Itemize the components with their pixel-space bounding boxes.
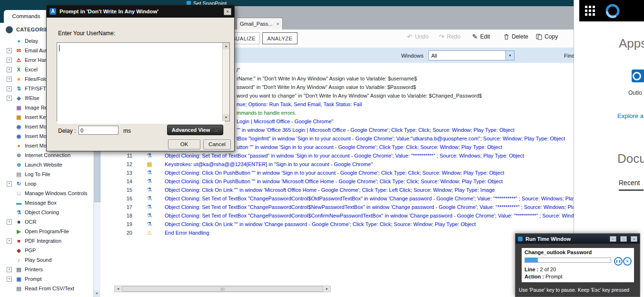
expand-plus-icon[interactable]: +: [7, 277, 12, 282]
task-row[interactable]: 19 ⚗ Object Cloning: Click On Link "" in…: [100, 220, 574, 228]
scroll-left-icon[interactable]: ◄: [115, 286, 121, 292]
category-icon: ▦: [15, 114, 22, 120]
line-number: 15: [100, 187, 132, 193]
sidebar-item[interactable]: + ◆ PGP: [0, 246, 93, 255]
scroll-down-icon[interactable]: ▼: [94, 290, 100, 297]
tab-commands[interactable]: Commands: [4, 10, 49, 23]
prompt-dialog-title: Prompt in 'Don't Write In Any Window': [59, 9, 220, 14]
task-row[interactable]: 17 ⚗ Object Cloning: Set Text of TextBox…: [100, 203, 574, 211]
prompt-dialog-body: Enter Your UserName: ▲ ▼ Delay : ms Adva…: [47, 18, 234, 151]
chevron-down-icon[interactable]: ▼: [505, 51, 514, 60]
maximize-icon[interactable]: □: [620, 236, 627, 242]
expand-plus-icon[interactable]: +: [7, 96, 12, 101]
expand-plus-icon[interactable]: +: [7, 267, 12, 272]
explore-apps-link[interactable]: Explore a: [617, 112, 644, 119]
sidebar-item[interactable]: + ▬ Message Box: [0, 198, 93, 208]
scroll-up-icon[interactable]: ▲: [223, 43, 229, 50]
command-text: tBox "loginfmt" in window 'Sign in to yo…: [237, 136, 565, 141]
expand-plus-icon[interactable]: +: [7, 181, 12, 187]
expand-plus-icon[interactable]: +: [7, 238, 12, 244]
pause-icon: [616, 260, 620, 263]
category-label: Launch Website: [25, 162, 62, 168]
sidebar-item[interactable]: + ⊕ Internet Connection: [0, 150, 93, 160]
running-task-name: Change_outlook Password: [525, 249, 592, 255]
sidebar-item[interactable]: + ■ PDF Integration: [0, 236, 93, 246]
expand-plus-icon[interactable]: +: [7, 48, 12, 53]
prompt-dialog-titlebar[interactable]: A Prompt in 'Don't Write In Any Window' …: [47, 5, 234, 18]
command-icon: ⚗: [146, 178, 153, 185]
close-icon[interactable]: ×: [224, 8, 231, 15]
expand-plus-icon[interactable]: +: [7, 219, 12, 225]
analyze-button[interactable]: ANALYZE: [262, 32, 297, 44]
tab-gmail-pass[interactable]: Gmail_Pass... ×: [237, 18, 283, 30]
windows-dropdown[interactable]: All ▼: [428, 50, 515, 60]
task-row[interactable]: 16 ⚗ Object Cloning: Set Text of TextBox…: [100, 194, 574, 203]
close-icon[interactable]: ×: [631, 236, 637, 242]
line-number: 14: [100, 178, 132, 184]
task-row[interactable]: 18 ⚗ Object Cloning: Set Text of TextBox…: [100, 211, 574, 220]
sidebar-item[interactable]: + ▤ Printers: [0, 265, 93, 274]
command-text: Object Cloning: Click On PushButton "" i…: [165, 170, 504, 176]
stop-button[interactable]: ×: [623, 257, 632, 266]
task-row[interactable]: 12 ▦ Keystrokes: ut@ka@rsha@@1234[ENTER]…: [100, 160, 574, 168]
category-icon: ⚗: [15, 209, 22, 216]
outlook-icon[interactable]: [632, 69, 644, 82]
category-label: Open Program/File: [25, 228, 69, 234]
scroll-right-icon[interactable]: ►: [324, 286, 330, 292]
scroll-down-icon[interactable]: ▼: [223, 114, 229, 121]
line-number: 13: [100, 170, 132, 176]
cancel-button[interactable]: Cancel: [203, 139, 231, 149]
sidebar-item[interactable]: + ▶ Open Program/File: [0, 227, 93, 236]
app-launcher-button[interactable]: [579, 0, 601, 21]
expand-plus-icon[interactable]: +: [7, 77, 12, 82]
category-label: PGP: [25, 248, 36, 253]
task-row[interactable]: 14 ⚗ Object Cloning: Click On PushButton…: [100, 177, 574, 186]
horizontal-scrollbar[interactable]: ◄ ►: [114, 286, 331, 292]
tab-recent[interactable]: Recent: [619, 179, 640, 187]
category-icon: ■: [15, 219, 22, 225]
sidebar-item[interactable]: + ↻ Loop: [0, 179, 93, 188]
expand-plus-icon[interactable]: +: [7, 67, 12, 72]
hscrollbar-thumb[interactable]: [122, 286, 323, 292]
sidebar-item[interactable]: + ⚗ Object Cloning: [0, 208, 93, 217]
category-label: Play Sound: [25, 257, 51, 263]
sidebar-item[interactable]: + ▤ Read From CSV/Text: [0, 284, 93, 293]
task-row[interactable]: 15 ⚗ Object Cloning: Click On Link "" in…: [100, 186, 574, 194]
copy-button[interactable]: Copy: [536, 33, 558, 40]
textarea-scrollbar[interactable]: ▲ ▼: [222, 43, 229, 121]
text-caret: [59, 45, 59, 51]
trash-icon: [504, 34, 509, 40]
delete-button[interactable]: Delete: [504, 33, 528, 40]
category-icon: ◆: [15, 95, 22, 101]
outlook-circle-icon: [633, 72, 641, 80]
undo-button[interactable]: ↶ Undo: [407, 33, 428, 40]
sidebar-item[interactable]: + □ Manage Windows Controls: [0, 188, 93, 198]
sidebar-item[interactable]: + ■ OCR: [0, 217, 93, 227]
outlook-label: Outlo: [628, 89, 642, 96]
expand-plus-icon[interactable]: +: [7, 58, 12, 63]
edit-button[interactable]: ✎ Edit: [472, 33, 490, 40]
pause-button[interactable]: [614, 257, 623, 266]
command-text: Object Cloning: Set Text of TextBox "Cha…: [165, 213, 574, 218]
redo-button[interactable]: ↷ Redo: [439, 33, 460, 40]
delay-input[interactable]: [79, 126, 119, 135]
tab-close-icon[interactable]: ×: [277, 21, 279, 27]
task-row[interactable]: 20 ⚠ End Error Handling: [100, 228, 574, 237]
sidebar-item[interactable]: + ⊕ Launch Website: [0, 160, 93, 169]
run-time-titlebar[interactable]: Run Time Window ─ □ ×: [515, 234, 640, 244]
run-time-window: Run Time Window ─ □ × Change_outlook Pas…: [515, 233, 640, 297]
task-row[interactable]: 11 ⚗ Object Cloning: Set Text of TextBox…: [100, 151, 574, 160]
ok-button[interactable]: OK: [168, 139, 200, 149]
command-text: "" in window 'Office 365 Login | Microso…: [237, 127, 515, 133]
advanced-view-button[interactable]: Advanced View →: [167, 125, 223, 135]
sidebar-item[interactable]: + ♪ Play Sound: [0, 255, 93, 265]
expand-plus-icon[interactable]: +: [7, 86, 12, 91]
app-logo-icon: A: [50, 8, 56, 15]
sidebar-item[interactable]: + ▣ Prompt: [0, 274, 93, 284]
command-text: Object Cloning: Set Text of TextBox "pas…: [165, 153, 524, 158]
command-text: Object Cloning: Set Text of TextBox "Cha…: [165, 196, 574, 201]
username-textarea[interactable]: [57, 43, 225, 124]
sidebar-item[interactable]: + ▤ Log To File: [0, 169, 93, 179]
task-row[interactable]: 13 ⚗ Object Cloning: Click On PushButton…: [100, 168, 574, 177]
minimize-icon[interactable]: ─: [610, 236, 616, 242]
